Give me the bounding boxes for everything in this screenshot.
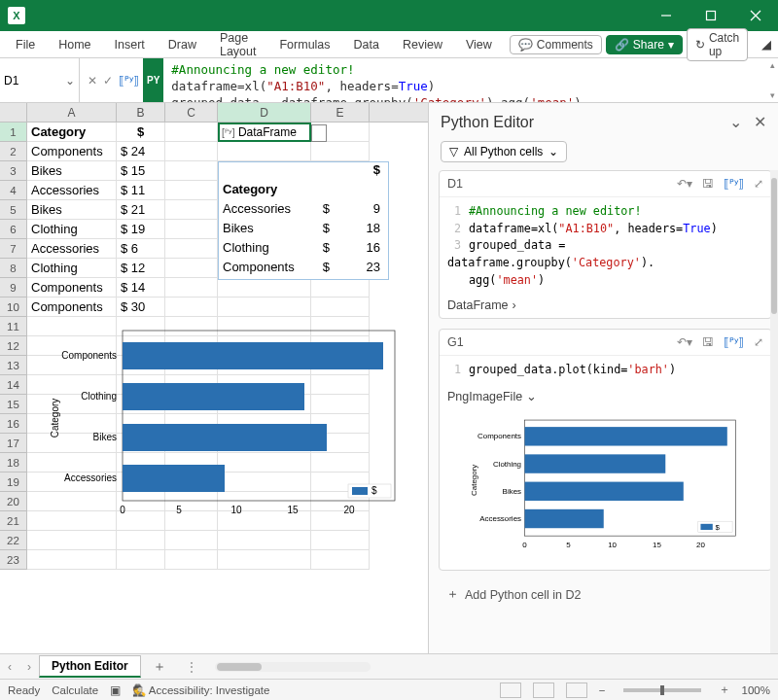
cancel-icon[interactable]: ✕ xyxy=(88,74,97,88)
cell[interactable]: $ 12 xyxy=(117,259,165,278)
share-button[interactable]: 🔗 Share ▾ xyxy=(606,35,683,54)
output-type[interactable]: PngImageFile ⌄ xyxy=(440,385,771,409)
row-header[interactable]: 8 xyxy=(0,259,27,278)
row-header[interactable]: 7 xyxy=(0,239,27,259)
cell[interactable]: $ 24 xyxy=(117,142,165,161)
code-editor[interactable]: 1#Announcing a new editor! 2dataframe=xl… xyxy=(440,197,771,295)
cell[interactable]: Components xyxy=(27,278,117,298)
name-box-input[interactable] xyxy=(0,72,61,89)
row-header[interactable]: 10 xyxy=(0,298,27,317)
cell-d1-dataframe[interactable]: [ᴾʸ] DataFrame xyxy=(218,122,311,142)
save-icon[interactable]: 🖫 xyxy=(702,177,714,191)
expand-icon[interactable]: ⤢ xyxy=(754,177,763,191)
row-header[interactable]: 4 xyxy=(0,181,27,200)
embedded-chart[interactable]: Components Clothing Bikes Accessories Ca… xyxy=(47,321,407,535)
tab-file[interactable]: File xyxy=(6,34,45,55)
macro-record-icon[interactable]: ▣ xyxy=(110,683,121,697)
undo-icon[interactable]: ↶▾ xyxy=(677,335,692,349)
formula-scroll[interactable]: ▴▾ xyxy=(766,58,778,102)
python-cell-card-d1[interactable]: D1 ↶▾🖫⟦ᴾʸ⟧⤢ 1#Announcing a new editor! 2… xyxy=(439,170,772,319)
tab-view[interactable]: View xyxy=(456,34,502,55)
chevron-down-icon[interactable]: ⌄ xyxy=(61,74,79,88)
cell[interactable]: $ 14 xyxy=(117,278,165,298)
window-minimize-button[interactable] xyxy=(644,0,689,31)
window-restore-button[interactable] xyxy=(689,0,733,31)
ribbon-collapse-icon[interactable]: ◢ xyxy=(752,33,778,55)
cell[interactable]: Bikes xyxy=(27,200,117,220)
py-output-icon[interactable]: ⟦ᴾʸ⟧ xyxy=(119,74,139,88)
panel-collapse-icon[interactable]: ⌄ xyxy=(729,113,742,131)
zoom-level[interactable]: 100% xyxy=(742,684,770,696)
tab-draw[interactable]: Draw xyxy=(159,34,206,55)
col-header-d[interactable]: D xyxy=(218,103,311,122)
cell[interactable]: $ 6 xyxy=(117,239,165,259)
cell[interactable]: Clothing xyxy=(27,220,117,239)
page-break-view-icon[interactable] xyxy=(566,682,587,698)
normal-view-icon[interactable] xyxy=(500,682,521,698)
cell[interactable]: Components xyxy=(27,142,117,161)
output-type[interactable]: DataFrame › xyxy=(440,295,771,318)
page-layout-view-icon[interactable] xyxy=(533,682,554,698)
panel-close-icon[interactable]: ✕ xyxy=(754,113,766,131)
cell[interactable]: $ 30 xyxy=(117,298,165,317)
card-icon[interactable] xyxy=(311,124,327,142)
zoom-in-button[interactable]: ＋ xyxy=(719,682,730,697)
add-python-cell-button[interactable]: ＋ Add Python cell in D2 xyxy=(439,580,772,609)
run-icon[interactable]: ⟦ᴾʸ⟧ xyxy=(724,177,744,191)
run-icon[interactable]: ⟦ᴾʸ⟧ xyxy=(724,335,744,349)
comments-button[interactable]: 💬 Comments xyxy=(510,35,602,54)
row-header[interactable]: 9 xyxy=(0,278,27,298)
row-header[interactable]: 3 xyxy=(0,161,27,181)
col-header-c[interactable]: C xyxy=(165,103,218,122)
formula-code[interactable]: #Announcing a new editor! dataframe=xl("… xyxy=(163,58,766,102)
tab-data[interactable]: Data xyxy=(344,34,389,55)
horizontal-scrollbar[interactable] xyxy=(215,662,371,672)
cell[interactable]: $ 19 xyxy=(117,220,165,239)
python-cell-card-g1[interactable]: G1 ↶▾🖫⟦ᴾʸ⟧⤢ 1grouped_data.plot(kind='bar… xyxy=(439,329,772,571)
row-header[interactable]: 5 xyxy=(0,200,27,220)
tab-pagelayout[interactable]: Page Layout xyxy=(210,27,266,62)
zoom-out-button[interactable]: − xyxy=(599,684,606,696)
row-header[interactable]: 6 xyxy=(0,220,27,239)
code-editor[interactable]: 1grouped_data.plot(kind='barh') xyxy=(440,356,771,385)
zoom-slider[interactable] xyxy=(623,688,701,692)
tab-insert[interactable]: Insert xyxy=(105,34,155,55)
cell[interactable]: $ 15 xyxy=(117,161,165,181)
name-box[interactable]: ⌄ xyxy=(0,58,80,102)
cell[interactable]: Bikes xyxy=(27,161,117,181)
panel-scrollbar[interactable] xyxy=(770,170,778,653)
catchup-button[interactable]: ↻ Catch up xyxy=(687,28,748,61)
col-header-a[interactable]: A xyxy=(27,103,117,122)
spreadsheet-grid[interactable]: A B C D E 1 Category $ 2 Components $ 24… xyxy=(0,103,428,653)
col-header-b[interactable]: B xyxy=(117,103,165,122)
cell-a1[interactable]: Category xyxy=(27,122,117,142)
row-header[interactable]: 1 xyxy=(0,122,27,142)
sheet-nav-next[interactable]: › xyxy=(19,660,39,674)
sheet-nav-prev[interactable]: ‹ xyxy=(0,660,19,674)
col-header-e[interactable]: E xyxy=(311,103,370,122)
window-close-button[interactable] xyxy=(733,0,778,31)
cell[interactable]: Components xyxy=(27,298,117,317)
row-header[interactable]: 2 xyxy=(0,142,27,161)
sheet-tab[interactable]: Python Editor xyxy=(39,655,141,678)
svg-text:20: 20 xyxy=(696,541,705,549)
cell[interactable]: Clothing xyxy=(27,259,117,278)
tab-formulas[interactable]: Formulas xyxy=(269,34,339,55)
filter-dropdown[interactable]: ▽ All Python cells ⌄ xyxy=(441,141,567,162)
add-sheet-button[interactable]: ＋ xyxy=(141,658,178,676)
cell-b1[interactable]: $ xyxy=(117,122,165,142)
cell[interactable]: Accessories xyxy=(27,181,117,200)
undo-icon[interactable]: ↶▾ xyxy=(677,177,692,191)
svg-text:10: 10 xyxy=(230,505,242,515)
expand-icon[interactable]: ⤢ xyxy=(754,335,763,349)
cell[interactable]: $ 21 xyxy=(117,200,165,220)
enter-icon[interactable]: ✓ xyxy=(103,74,113,88)
status-calculate[interactable]: Calculate xyxy=(52,684,98,696)
sheet-menu-icon[interactable]: ⋮ xyxy=(178,660,205,674)
cell[interactable]: $ 11 xyxy=(117,181,165,200)
tab-review[interactable]: Review xyxy=(393,34,452,55)
save-icon[interactable]: 🖫 xyxy=(702,335,714,349)
accessibility-status[interactable]: 🕵 Accessibility: Investigate xyxy=(132,683,269,697)
tab-home[interactable]: Home xyxy=(49,34,100,55)
cell[interactable]: Accessories xyxy=(27,239,117,259)
